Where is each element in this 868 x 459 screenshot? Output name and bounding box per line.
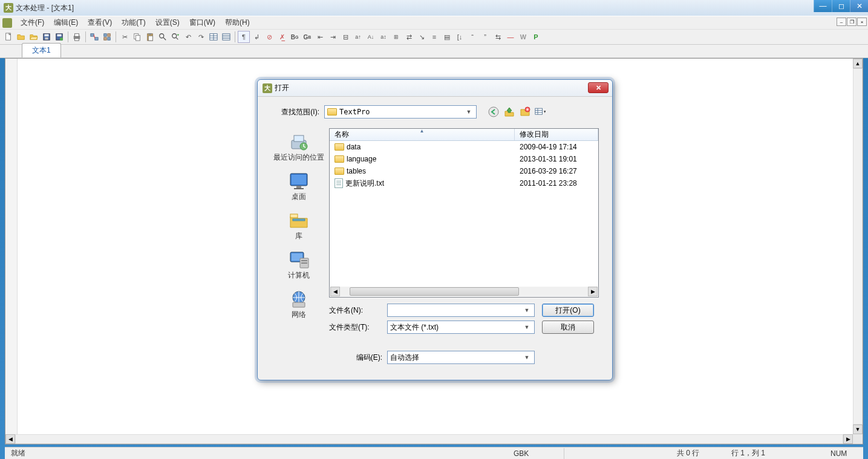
tb-sort1-icon[interactable]: a↕ [377, 31, 390, 43]
tb-quote2-icon[interactable]: ” [479, 31, 491, 43]
tb-indent2-icon[interactable]: ⇥ [327, 31, 339, 43]
tab-doc1[interactable]: 文本1 [22, 43, 61, 57]
chevron-down-icon[interactable]: ▼ [522, 307, 532, 313]
tb-bg-icon[interactable]: BG [289, 31, 301, 43]
place-network[interactable]: 网络 [270, 285, 328, 324]
chevron-down-icon[interactable]: ▼ [464, 109, 474, 115]
tb-undo-icon[interactable]: ↶ [182, 31, 194, 43]
tb-new-icon[interactable] [2, 31, 15, 43]
lookin-combo[interactable]: TextPro ▼ [324, 105, 477, 119]
mdi-close-button[interactable]: × [857, 18, 867, 26]
tb-fmt1-icon[interactable]: ✗̲ [276, 31, 288, 43]
tb-paste-icon[interactable] [144, 31, 156, 43]
place-libraries[interactable]: 库 [270, 207, 328, 245]
scroll-right-icon[interactable]: ▶ [843, 434, 853, 444]
tb-align1-icon[interactable]: ⊟ [339, 31, 351, 43]
menu-file[interactable]: 文件(F) [16, 16, 49, 29]
hscroll-track[interactable] [15, 434, 843, 444]
menu-help[interactable]: 帮助(H) [220, 16, 255, 29]
close-button[interactable]: ✕ [850, 0, 868, 12]
file-row[interactable]: 更新说明.txt 2011-01-21 23:28 [330, 177, 598, 189]
tb-w-icon[interactable]: W [517, 31, 529, 43]
tb-indent1-icon[interactable]: ⇤ [314, 31, 326, 43]
tb-conv1-icon[interactable]: ⇄ [403, 31, 415, 43]
tb-clear-icon[interactable]: ⊘ [263, 31, 275, 43]
scroll-down-icon[interactable]: ▼ [853, 425, 863, 434]
tb-swap-icon[interactable]: ⇆ [492, 31, 504, 43]
nav-back-icon[interactable] [488, 106, 500, 118]
column-header-name[interactable]: 名称 ▲ [330, 129, 515, 140]
editor-gutter [5, 59, 18, 434]
file-row[interactable]: language 2013-01-31 19:01 [330, 153, 598, 165]
menu-window[interactable]: 窗口(W) [184, 16, 220, 29]
tb-wrap-icon[interactable]: ↲ [250, 31, 263, 43]
filetype-combo[interactable]: 文本文件 (*.txt) ▼ [387, 321, 535, 334]
tb-lines-icon[interactable]: ≡ [428, 31, 440, 43]
menu-view[interactable]: 查看(V) [83, 16, 117, 29]
chevron-down-icon[interactable]: ▼ [522, 354, 532, 360]
scroll-left-icon[interactable]: ◀ [5, 434, 15, 444]
file-row[interactable]: data 2009-04-19 17:14 [330, 141, 598, 153]
open-button[interactable]: 打开(O) [542, 304, 594, 317]
maximize-button[interactable]: ◻ [832, 0, 850, 12]
tb-list-icon[interactable] [220, 31, 232, 43]
tb-separator [116, 31, 116, 42]
tb-open2-icon[interactable] [28, 31, 40, 43]
tb-table-icon[interactable] [207, 31, 220, 43]
tb-quote1-icon[interactable]: “ [466, 31, 478, 43]
tb-saveas-icon[interactable] [53, 31, 65, 43]
svg-rect-46 [290, 214, 298, 218]
place-desktop[interactable]: 桌面 [270, 168, 328, 206]
tb-cut-icon[interactable]: ✂ [119, 31, 131, 43]
tb-redo-icon[interactable]: ↷ [195, 31, 207, 43]
file-row[interactable]: tables 2016-03-29 16:27 [330, 165, 598, 177]
dialog-titlebar[interactable]: 大 打开 ✕ [258, 80, 612, 97]
tb-block-icon[interactable]: ▤ [441, 31, 453, 43]
svg-rect-10 [91, 34, 94, 36]
column-header-date[interactable]: 修改日期 [515, 129, 598, 140]
menu-edit[interactable]: 编辑(E) [49, 16, 83, 29]
scroll-left-icon[interactable]: ◀ [330, 287, 340, 296]
vscroll-track[interactable] [853, 68, 863, 425]
filename-input[interactable]: ▼ [387, 304, 535, 317]
scroll-right-icon[interactable]: ▶ [588, 287, 598, 296]
filelist-hscroll[interactable]: ◀ ▶ [330, 287, 598, 296]
mdi-minimize-button[interactable]: – [837, 18, 846, 26]
tb-copy-icon[interactable] [131, 31, 143, 43]
tb-paragraph-icon[interactable]: ¶ [238, 31, 250, 43]
nav-newfolder-icon[interactable] [519, 106, 531, 118]
tb-tool1-icon[interactable] [88, 31, 100, 43]
editor-vscroll[interactable]: ▲ ▼ [853, 59, 863, 434]
tb-case2-icon[interactable]: A↓ [365, 31, 377, 43]
tb-sort2-icon[interactable]: ⊞ [390, 31, 402, 43]
chevron-down-icon[interactable]: ▼ [522, 324, 532, 330]
mdi-restore-button[interactable]: ❐ [847, 18, 857, 26]
tb-p-icon[interactable]: P [530, 31, 542, 43]
nav-up-icon[interactable] [503, 106, 515, 118]
place-computer[interactable]: 计算机 [270, 246, 328, 284]
nav-viewmenu-icon[interactable] [535, 106, 547, 118]
editor-hscroll[interactable]: ◀ ▶ [5, 434, 853, 444]
tb-print-icon[interactable] [71, 31, 83, 43]
scroll-up-icon[interactable]: ▲ [853, 59, 863, 68]
encoding-combo[interactable]: 自动选择 ▼ [387, 351, 535, 364]
dialog-close-button[interactable]: ✕ [588, 82, 609, 93]
cancel-button[interactable]: 取消 [542, 321, 594, 334]
tb-gb-icon[interactable]: GB [301, 31, 313, 43]
tb-open-icon[interactable] [15, 31, 27, 43]
place-recent[interactable]: 最近访问的位置 [270, 128, 328, 166]
hscroll-track[interactable] [519, 287, 588, 296]
tb-conv2-icon[interactable]: ↘ [416, 31, 428, 43]
menu-settings[interactable]: 设置(S) [151, 16, 184, 29]
tb-bracket-icon[interactable]: [↓ [454, 31, 466, 43]
minimize-button[interactable]: — [814, 0, 832, 12]
tb-findnext-icon[interactable] [169, 31, 181, 43]
hscroll-thumb[interactable] [350, 287, 519, 296]
tb-delline-icon[interactable]: — [504, 31, 517, 43]
tb-case1-icon[interactable]: a↑ [352, 31, 364, 43]
tb-find-icon[interactable] [157, 31, 169, 43]
tb-save-icon[interactable] [41, 31, 53, 43]
svg-rect-17 [135, 35, 140, 41]
menu-tools[interactable]: 功能(T) [117, 16, 150, 29]
tb-tool2-icon[interactable] [101, 31, 113, 43]
